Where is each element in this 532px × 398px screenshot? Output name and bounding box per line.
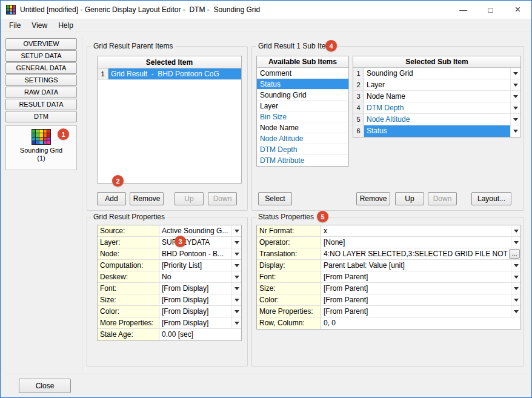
dropdown-arrow-icon[interactable]: [510, 68, 520, 79]
sidebar-item-raw-data[interactable]: RAW DATA: [5, 87, 77, 98]
list-item[interactable]: DTM Attribute: [257, 155, 348, 166]
property-row-display: Display: Parent Label: Value [unit]: [257, 260, 520, 271]
column-header-selected-sub-item: Selected Sub Item: [353, 56, 520, 68]
dropdown-arrow-icon[interactable]: [231, 271, 241, 282]
group-status-properties: Status Properties Nr Format: x Operator:…: [251, 217, 524, 366]
menu-view[interactable]: View: [26, 19, 53, 32]
group-grid-result-sub-items: Grid Result 1 Sub Items Available Sub It…: [251, 46, 524, 211]
down-button[interactable]: Down: [208, 192, 237, 205]
table-row[interactable]: 2 Layer: [353, 79, 520, 91]
remove-button[interactable]: Remove: [130, 192, 164, 205]
group-title: Status Properties: [256, 213, 316, 221]
dropdown-arrow-icon[interactable]: [231, 283, 241, 294]
dropdown-arrow-icon[interactable]: [231, 260, 241, 271]
minimize-icon[interactable]: —: [450, 1, 477, 19]
sounding-grid-icon: [32, 129, 51, 145]
dropdown-arrow-icon[interactable]: [231, 294, 241, 305]
dropdown-arrow-icon[interactable]: [511, 260, 520, 271]
annotation-badge-1: 1: [58, 128, 69, 140]
dropdown-arrow-icon[interactable]: [511, 271, 520, 282]
dropdown-arrow-icon[interactable]: [511, 294, 520, 305]
dropdown-arrow-icon[interactable]: [511, 225, 520, 236]
menubar: File View Help: [1, 19, 531, 32]
sidebar-item-overview[interactable]: OVERVIEW: [5, 38, 77, 50]
group-grid-result-properties: Grid Result Properties Source: Active So…: [87, 217, 248, 366]
dtm-item-label: Sounding Grid: [6, 147, 76, 154]
property-row-nr-format: Nr Format: x: [257, 225, 520, 237]
maximize-icon[interactable]: □: [477, 1, 504, 19]
dropdown-arrow-icon[interactable]: [511, 283, 520, 294]
dropdown-arrow-icon[interactable]: [231, 248, 241, 259]
sidebar-item-setup-data[interactable]: SETUP DATA: [5, 50, 77, 62]
property-row-color: Color: [From Parent]: [257, 294, 520, 306]
dropdown-arrow-icon[interactable]: [510, 125, 520, 137]
property-row-more-properties: More Properties: [From Parent]: [257, 306, 520, 317]
sidebar-item-settings[interactable]: SETTINGS: [5, 75, 77, 86]
menu-help[interactable]: Help: [53, 19, 79, 32]
grid-result-properties-table: Source: Active Sounding G... Layer: SURV…: [97, 225, 242, 341]
titlebar: Untitled [modified] - Generic Display La…: [1, 1, 531, 19]
list-item[interactable]: DTM Depth: [257, 144, 348, 155]
list-item[interactable]: Node Name: [257, 122, 348, 133]
available-sub-items-list: Available Sub Items Comment Status Sound…: [256, 56, 349, 167]
up-button[interactable]: Up: [175, 192, 204, 205]
list-item[interactable]: Sounding Grid: [257, 90, 348, 101]
annotation-badge-4: 4: [325, 40, 337, 51]
close-icon[interactable]: ×: [504, 1, 531, 19]
dropdown-arrow-icon[interactable]: [511, 237, 520, 248]
row-label: Grid Result - BHD Pontoon CoG: [108, 68, 241, 79]
property-row-more-properties: More Properties: [From Display]: [98, 317, 241, 329]
property-row-stale-age: Stale Age: 0.00 [sec]: [98, 329, 241, 340]
layout-button[interactable]: Layout...: [471, 192, 511, 205]
table-row[interactable]: 6 Status: [353, 125, 520, 137]
close-dialog-button[interactable]: Close: [19, 379, 71, 393]
annotation-badge-3: 3: [175, 236, 186, 247]
dropdown-arrow-icon[interactable]: [510, 79, 520, 90]
dropdown-arrow-icon[interactable]: [510, 91, 520, 102]
bottom-separator: [5, 374, 528, 375]
group-title: Grid Result Properties: [91, 213, 167, 221]
column-header-selected-item: Selected Item: [98, 56, 241, 68]
list-item[interactable]: Status: [257, 79, 348, 90]
sidebar-item-dtm[interactable]: DTM: [5, 111, 77, 122]
property-row-operator: Operator: [None]: [257, 237, 520, 248]
select-button[interactable]: Select: [258, 192, 292, 205]
window-title: Untitled [modified] - Generic Display La…: [20, 5, 260, 14]
selected-sub-items-table: Selected Sub Item 1 Sounding Grid 2 Laye…: [353, 56, 521, 138]
list-item[interactable]: Comment: [257, 68, 348, 79]
add-button[interactable]: Add: [97, 192, 126, 205]
list-item[interactable]: Node Altitude: [257, 133, 348, 144]
list-item[interactable]: Bin Size: [257, 111, 348, 122]
menu-file[interactable]: File: [4, 19, 26, 32]
dropdown-arrow-icon[interactable]: [510, 114, 520, 125]
table-row[interactable]: 3 Node Name: [353, 91, 520, 102]
ellipsis-button[interactable]: ...: [509, 249, 520, 259]
property-row-size: Size: [From Parent]: [257, 283, 520, 294]
property-row-font: Font: [From Parent]: [257, 271, 520, 283]
property-row-deskew: Deskew: No: [98, 271, 241, 283]
window-controls: — □ ×: [450, 1, 531, 19]
property-row-translation: Translation: 4:NO LAYER SELECTED,3:SELEC…: [257, 248, 520, 260]
parent-items-table: Selected Item 1 Grid Result - BHD Pontoo…: [97, 56, 242, 184]
property-row-source: Source: Active Sounding G...: [98, 225, 241, 237]
table-row[interactable]: 1 Sounding Grid: [353, 68, 520, 79]
table-row[interactable]: 4 DTM Depth: [353, 102, 520, 114]
remove-button[interactable]: Remove: [356, 192, 390, 205]
group-title: Grid Result Parent Items: [91, 42, 175, 50]
dropdown-arrow-icon[interactable]: [511, 306, 520, 317]
table-row[interactable]: 5 Node Altitude: [353, 114, 520, 125]
property-row-color: Color: [From Display]: [98, 306, 241, 317]
dropdown-arrow-icon[interactable]: [231, 225, 241, 236]
sidebar-item-result-data[interactable]: RESULT DATA: [5, 99, 77, 110]
dropdown-arrow-icon[interactable]: [510, 102, 520, 113]
down-button[interactable]: Down: [428, 192, 457, 205]
status-properties-table: Nr Format: x Operator: [None] Translatio…: [256, 225, 521, 330]
dropdown-arrow-icon[interactable]: [231, 306, 241, 317]
dtm-item-count: (1): [6, 154, 76, 162]
dropdown-arrow-icon[interactable]: [231, 317, 241, 328]
up-button[interactable]: Up: [395, 192, 424, 205]
sidebar-item-general-data[interactable]: GENERAL DATA: [5, 62, 77, 74]
dropdown-arrow-icon[interactable]: [231, 237, 241, 248]
table-row[interactable]: 1 Grid Result - BHD Pontoon CoG: [98, 68, 241, 80]
list-item[interactable]: Layer: [257, 101, 348, 111]
